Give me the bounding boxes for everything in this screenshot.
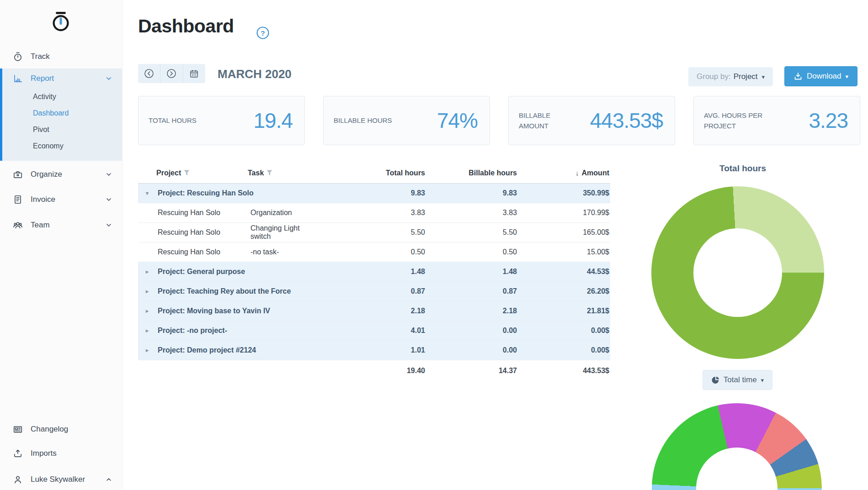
download-icon <box>793 72 803 81</box>
row-expander-icon[interactable]: ▸ <box>138 347 156 353</box>
project-name: Project: Demo project #2124 <box>156 346 321 354</box>
chevron-down-icon: ▾ <box>761 377 764 384</box>
chevron-down-icon <box>105 171 112 178</box>
project-name: Project: Teaching Rey about the Force <box>156 287 321 295</box>
project-name: Rescuing Han Solo <box>156 248 248 256</box>
project-name: Rescuing Han Solo <box>156 228 248 237</box>
row-expander-icon[interactable]: ▸ <box>138 288 156 295</box>
chevron-down-icon <box>105 196 112 203</box>
task-detail-row[interactable]: Rescuing Han SoloChanging Light switch5.… <box>138 223 610 242</box>
sidebar-item-report[interactable]: Report <box>0 68 122 89</box>
stat-label: BILLABLE AMOUNT <box>519 110 580 132</box>
task-detail-row[interactable]: Rescuing Han SoloOrganization3.833.83170… <box>138 203 610 223</box>
pie-chart-icon <box>711 376 720 385</box>
group-by-label: Group by: <box>697 72 731 81</box>
total-time-label: Total time <box>724 375 757 385</box>
sidebar-item-user-menu[interactable]: Luke Skywalker <box>0 470 122 489</box>
column-header-total-hours[interactable]: Total hours <box>321 169 426 177</box>
totals-billable-hours: 14.37 <box>426 367 518 375</box>
total-hours-donut-chart <box>651 186 824 359</box>
sidebar: Track Report Activity Dashboard Pivot Ec… <box>0 0 122 490</box>
group-by-value: Project <box>734 72 758 81</box>
sidebar-item-organize[interactable]: Organize <box>0 165 122 184</box>
stat-card-billable-hours: BILLABLE HOURS 74% <box>323 96 490 145</box>
column-header-billable-hours[interactable]: Billable hours <box>426 169 518 177</box>
stat-card-total-hours: TOTAL HOURS 19.4 <box>138 96 305 145</box>
table-totals-row: 19.40 14.37 443.53$ <box>138 360 610 381</box>
next-period-button[interactable] <box>160 64 182 83</box>
billable-hours-cell: 9.83 <box>426 189 518 197</box>
chevron-down-icon: ▾ <box>762 74 765 80</box>
amount-cell: 26.20$ <box>518 287 610 295</box>
sidebar-item-activity[interactable]: Activity <box>2 89 122 105</box>
group-by-dropdown[interactable]: Group by: Project ▾ <box>688 67 773 86</box>
svg-text:?: ? <box>261 29 265 37</box>
row-expander-icon[interactable]: ▸ <box>138 269 156 275</box>
sidebar-item-dashboard[interactable]: Dashboard <box>2 105 122 121</box>
chart-title-total-hours: Total hours <box>658 163 827 174</box>
sidebar-item-team[interactable]: Team <box>0 216 122 235</box>
download-button[interactable]: Download ▾ <box>784 66 857 86</box>
billable-hours-cell: 0.00 <box>426 327 518 335</box>
stat-value: 19.4 <box>253 108 293 133</box>
page-title: Dashboard <box>138 16 234 37</box>
filter-funnel-icon <box>184 170 190 176</box>
project-group-row[interactable]: ▸Project: Demo project #21241.010.000.00… <box>138 341 610 360</box>
table-body: ▾Project: Rescuing Han Solo9.839.83350.9… <box>138 184 610 360</box>
stat-label: TOTAL HOURS <box>149 115 210 126</box>
project-group-row[interactable]: ▸Project: -no project-4.010.000.00$ <box>138 321 610 341</box>
calendar-button[interactable] <box>183 64 205 83</box>
task-name: -no task- <box>248 248 321 256</box>
task-detail-row[interactable]: Rescuing Han Solo-no task-0.500.5015.00$ <box>138 242 610 262</box>
column-header-amount[interactable]: ↓ Amount <box>518 169 610 177</box>
sidebar-item-track[interactable]: Track <box>0 47 122 66</box>
total-time-dropdown-button[interactable]: Total time ▾ <box>703 370 772 390</box>
sidebar-item-invoice[interactable]: Invoice <box>0 190 122 209</box>
sidebar-item-imports[interactable]: Imports <box>0 444 122 463</box>
amount-cell: 165.00$ <box>518 228 610 237</box>
total-time-donut-chart <box>652 403 822 490</box>
sidebar-item-label: Imports <box>31 449 57 458</box>
billable-hours-cell: 0.00 <box>426 346 518 354</box>
sidebar-item-changelog[interactable]: Changelog <box>0 420 122 439</box>
total-hours-cell: 0.50 <box>321 248 426 256</box>
project-group-row[interactable]: ▾Project: Rescuing Han Solo9.839.83350.9… <box>138 184 610 203</box>
totals-amount: 443.53$ <box>518 367 610 375</box>
row-expander-icon[interactable]: ▸ <box>138 327 156 334</box>
project-name: Project: Rescuing Han Solo <box>156 189 321 197</box>
row-expander-icon[interactable]: ▸ <box>138 308 156 314</box>
invoice-document-icon <box>13 195 23 205</box>
row-expander-icon[interactable]: ▾ <box>138 190 156 196</box>
column-header-task[interactable]: Task <box>248 169 321 177</box>
sidebar-item-label: Report <box>31 74 54 83</box>
report-table: Project Task Total hours Billable hours … <box>138 163 610 381</box>
sidebar-item-label: Invoice <box>31 195 55 204</box>
billable-hours-cell: 3.83 <box>426 209 518 217</box>
period-label: MARCH 2020 <box>218 67 292 81</box>
stat-value: 443.53$ <box>590 108 663 133</box>
total-hours-cell: 4.01 <box>321 327 426 335</box>
previous-period-button[interactable] <box>138 64 160 83</box>
sidebar-item-pivot[interactable]: Pivot <box>2 121 122 138</box>
stat-card-avg-hours: AVG. HOURS PER PROJECT 3.23 <box>693 96 860 145</box>
amount-cell: 0.00$ <box>518 327 610 335</box>
billable-hours-cell: 2.18 <box>426 307 518 315</box>
project-group-row[interactable]: ▸Project: Teaching Rey about the Force0.… <box>138 282 610 301</box>
project-name: Project: Moving base to Yavin IV <box>156 307 321 315</box>
amount-cell: 170.99$ <box>518 209 610 217</box>
amount-cell: 0.00$ <box>518 346 610 354</box>
project-group-row[interactable]: ▸Project: General purpose1.481.4844.53$ <box>138 262 610 282</box>
stopwatch-icon <box>13 52 23 62</box>
column-header-project[interactable]: Project <box>156 169 248 177</box>
amount-cell: 21.81$ <box>518 307 610 315</box>
help-icon[interactable]: ? <box>256 26 270 40</box>
table-header-row: Project Task Total hours Billable hours … <box>138 163 610 184</box>
app-logo-stopwatch-icon <box>50 11 71 35</box>
sidebar-item-label: Changelog <box>31 425 68 434</box>
dashboard-page: { "sidebar": { "track_label": "Track", "… <box>0 0 868 490</box>
sidebar-item-economy[interactable]: Economy <box>2 138 122 154</box>
project-group-row[interactable]: ▸Project: Moving base to Yavin IV2.182.1… <box>138 301 610 321</box>
sidebar-item-label: Team <box>31 221 50 230</box>
sort-descending-icon: ↓ <box>575 169 579 177</box>
stat-value: 74% <box>437 108 478 133</box>
